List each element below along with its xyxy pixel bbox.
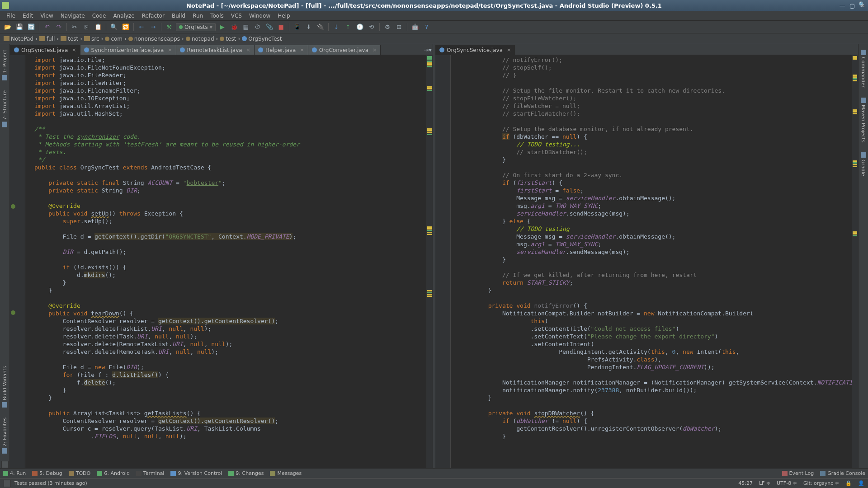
crumb-pkg3[interactable]: notepad [184,36,216,42]
redo-icon[interactable]: ↷ [54,22,64,32]
tool-todo[interactable]: TODO [69,470,91,476]
profile-icon[interactable]: ⏱ [253,22,263,32]
crumb-project[interactable]: NotePad [2,36,35,42]
tool-vcs[interactable]: 9: Version Control [170,470,222,476]
menu-code[interactable]: Code [89,12,110,20]
tab-helper[interactable]: Helper.java× [254,45,308,55]
crumb-class[interactable]: OrgSyncTest [240,36,283,42]
override-marker-icon[interactable] [11,310,15,315]
code-content-right[interactable]: // notifyError(); // stopSelf(); // } //… [457,55,852,468]
left-code-area[interactable]: import java.io.File; import java.io.File… [10,55,433,468]
crumb-test[interactable]: test [59,36,80,42]
error-stripe[interactable] [852,55,858,468]
menu-tools[interactable]: Tools [207,12,227,20]
crumb-pkg2[interactable]: nononsenseapps [127,36,182,42]
project-structure-icon[interactable]: ⊞ [394,22,404,32]
right-code-area[interactable]: // notifyError(); // stopSelf(); // } //… [435,55,858,468]
tool-run[interactable]: 4: Run [3,470,26,476]
tool-windows-quick-icon[interactable] [4,480,11,487]
search-everywhere-icon[interactable]: 🔍 [859,1,865,8]
find-icon[interactable]: 🔍 [109,22,119,32]
tool-favorites[interactable]: 2: Favorites [2,415,8,456]
paste-icon[interactable]: 📋 [93,22,103,32]
vcs-revert-icon[interactable]: ⟲ [367,22,377,32]
file-encoding[interactable]: UTF-8 ≑ [777,480,797,486]
vcs-update-icon[interactable]: ↓ [331,22,341,32]
sync-icon[interactable]: 🔄 [26,22,36,32]
tool-android[interactable]: 6: Android [97,470,130,476]
close-icon[interactable]: × [246,47,250,53]
code-content-left[interactable]: import java.io.File; import java.io.File… [32,55,426,468]
tool-debug[interactable]: 5: Debug [32,470,62,476]
tab-orgsynctest[interactable]: OrgSyncTest.java× [10,45,80,55]
error-stripe[interactable] [426,55,433,468]
tool-project[interactable]: 1: Project [2,47,8,83]
line-separator[interactable]: LF ≑ [759,480,770,486]
ddms-icon[interactable]: 🔌 [316,22,326,32]
close-icon[interactable]: × [168,47,172,53]
tab-orgconverter[interactable]: OrgConverter.java× [308,45,381,55]
crumb-pkg1[interactable]: com [103,36,124,42]
make-icon[interactable]: ⚒ [164,22,174,32]
coverage-icon[interactable]: ▦ [241,22,251,32]
close-icon[interactable]: × [373,47,377,53]
maximize-button[interactable]: ▢ [848,2,856,9]
save-icon[interactable]: 💾 [14,22,24,32]
menu-file[interactable]: File [3,12,19,20]
settings-icon[interactable]: ⚙ [382,22,392,32]
menu-navigate[interactable]: Navigate [57,12,89,20]
tool-event-log[interactable]: Event Log [782,470,814,476]
android-icon[interactable]: 🤖 [410,22,420,32]
cut-icon[interactable]: ✂ [70,22,80,32]
menu-edit[interactable]: Edit [19,12,37,20]
tool-gradle[interactable]: Gradle [860,150,866,179]
forward-icon[interactable]: → [148,22,158,32]
tab-more-icon[interactable]: ⇥▾ [423,45,433,55]
tab-synchronizer-interface[interactable]: SynchronizerInterface.java× [80,45,176,55]
caret-position[interactable]: 45:27 [738,480,753,486]
open-icon[interactable]: 📂 [3,22,13,32]
tab-orgsyncservice[interactable]: OrgSyncService.java× [435,45,515,55]
undo-icon[interactable]: ↶ [42,22,52,32]
close-icon[interactable]: × [72,47,76,53]
attach-icon[interactable]: 📎 [264,22,274,32]
menu-view[interactable]: View [37,12,57,20]
close-icon[interactable]: × [300,47,304,53]
git-branch[interactable]: Git: orgsync ≑ [803,480,839,486]
tool-commander[interactable]: Commander [860,47,866,90]
tool-structure[interactable]: 7: Structure [2,88,8,130]
minimize-button[interactable]: — [838,2,846,9]
tool-changes[interactable]: 9: Changes [228,470,264,476]
tool-window-toggle[interactable] [1,461,9,468]
back-icon[interactable]: ← [137,22,146,32]
inspector-icon[interactable]: 👤 [858,480,864,486]
menu-analyze[interactable]: Analyze [109,12,138,20]
help-icon[interactable]: ? [422,22,432,32]
menu-run[interactable]: Run [189,12,207,20]
run-config-selector[interactable]: OrgTests ▾ [176,23,216,31]
tool-maven[interactable]: Maven Projects [860,95,866,145]
crumb-module[interactable]: full [38,36,57,42]
close-icon[interactable]: × [507,47,511,53]
run-icon[interactable]: ▶ [217,22,227,32]
replace-icon[interactable]: 🔁 [121,22,131,32]
tool-terminal[interactable]: Terminal [136,470,165,476]
override-marker-icon[interactable] [11,204,15,209]
stop-icon[interactable]: ■ [276,22,286,32]
gutter[interactable] [435,55,451,468]
gutter[interactable] [10,55,25,468]
fold-gutter[interactable] [25,55,32,468]
sdk-icon[interactable]: ⬇ [304,22,314,32]
fold-gutter[interactable] [451,55,457,468]
lock-icon[interactable]: 🔒 [845,480,852,486]
menu-window[interactable]: Window [245,12,274,20]
copy-icon[interactable]: ⎘ [81,22,91,32]
tab-remote-tasklist[interactable]: RemoteTaskList.java× [176,45,255,55]
tool-build-variants[interactable]: Build Variants [2,363,8,410]
crumb-src[interactable]: src [82,36,101,42]
menu-build[interactable]: Build [168,12,189,20]
tool-messages[interactable]: Messages [270,470,302,476]
menu-refactor[interactable]: Refactor [138,12,168,20]
crumb-pkg4[interactable]: test [218,36,238,42]
menu-help[interactable]: Help [274,12,293,20]
